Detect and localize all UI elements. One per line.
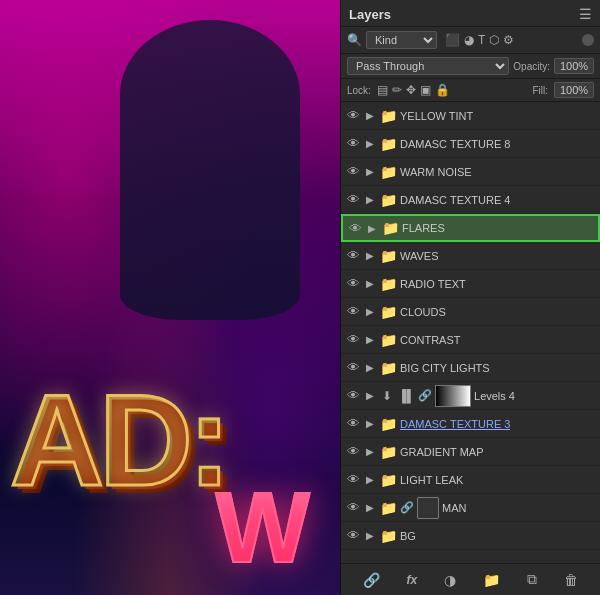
expand-arrow-yellow-tint[interactable]: ▶ [364, 110, 376, 121]
layer-row-damasc-8[interactable]: 👁▶📁DAMASC TEXTURE 8 [341, 130, 600, 158]
eye-icon-waves[interactable]: 👁 [345, 248, 361, 263]
eye-icon-clouds[interactable]: 👁 [345, 304, 361, 319]
layers-list[interactable]: 👁▶📁YELLOW TINT👁▶📁DAMASC TEXTURE 8👁▶📁WARM… [341, 102, 600, 563]
folder-icon-light-leak: 📁 [379, 472, 397, 488]
expand-arrow-man[interactable]: ▶ [364, 502, 376, 513]
lock-label: Lock: [347, 85, 371, 96]
layer-name-waves: WAVES [400, 250, 439, 262]
expand-arrow-contrast[interactable]: ▶ [364, 334, 376, 345]
fill-label: Fill: [532, 85, 548, 96]
layer-row-flares[interactable]: 👁▶📁FLARES [341, 214, 600, 242]
lock-icons: ▤ ✏ ✥ ▣ 🔒 [377, 83, 450, 97]
panel-title: Layers [349, 7, 391, 22]
expand-arrow-damasc-4[interactable]: ▶ [364, 194, 376, 205]
smart-filter-icon[interactable]: ⚙ [503, 33, 514, 47]
eye-icon-damasc-4[interactable]: 👁 [345, 192, 361, 207]
layer-name-damasc-8: DAMASC TEXTURE 8 [400, 138, 510, 150]
layer-name-warm-noise: WARM NOISE [400, 166, 472, 178]
expand-arrow-flares[interactable]: ▶ [366, 223, 378, 234]
filter-toggle[interactable] [582, 34, 594, 46]
layer-row-levels-4[interactable]: 👁▶⬇▐▌🔗Levels 4 [341, 382, 600, 410]
opacity-input[interactable] [554, 58, 594, 74]
expand-arrow-damasc-8[interactable]: ▶ [364, 138, 376, 149]
layer-row-bg[interactable]: 👁▶📁BG [341, 522, 600, 550]
layer-row-radio-text[interactable]: 👁▶📁RADIO TEXT [341, 270, 600, 298]
layer-name-light-leak: LIGHT LEAK [400, 474, 463, 486]
layer-row-big-city[interactable]: 👁▶📁BIG CITY LIGHTS [341, 354, 600, 382]
layer-row-light-leak[interactable]: 👁▶📁LIGHT LEAK [341, 466, 600, 494]
layer-row-contrast[interactable]: 👁▶📁CONTRAST [341, 326, 600, 354]
adjustment-filter-icon[interactable]: ◕ [464, 33, 474, 47]
expand-arrow-waves[interactable]: ▶ [364, 250, 376, 261]
folder-icon-contrast: 📁 [379, 332, 397, 348]
layer-row-damasc-4[interactable]: 👁▶📁DAMASC TEXTURE 4 [341, 186, 600, 214]
layer-row-warm-noise[interactable]: 👁▶📁WARM NOISE [341, 158, 600, 186]
expand-arrow-big-city[interactable]: ▶ [364, 362, 376, 373]
eye-icon-damasc-3[interactable]: 👁 [345, 416, 361, 431]
levels-bar-icon: ▐▌ [398, 389, 415, 403]
expand-arrow-gradient-map[interactable]: ▶ [364, 446, 376, 457]
panel-menu-icon[interactable]: ☰ [579, 6, 592, 22]
layer-name-flares: FLARES [402, 222, 445, 234]
expand-arrow-levels-4[interactable]: ▶ [364, 390, 376, 401]
eye-icon-contrast[interactable]: 👁 [345, 332, 361, 347]
shape-filter-icon[interactable]: ⬡ [489, 33, 499, 47]
lock-all-icon[interactable]: 🔒 [435, 83, 450, 97]
chain-icon-man: 🔗 [400, 501, 414, 514]
folder-icon-warm-noise: 📁 [379, 164, 397, 180]
lock-artboard-icon[interactable]: ▣ [420, 83, 431, 97]
expand-arrow-damasc-3[interactable]: ▶ [364, 418, 376, 429]
folder-icon-damasc-3: 📁 [379, 416, 397, 432]
link-layers-icon[interactable]: 🔗 [359, 570, 384, 590]
ad-text: AD: [10, 365, 226, 515]
eye-icon-flares[interactable]: 👁 [347, 221, 363, 236]
new-folder-icon[interactable]: 📁 [479, 570, 504, 590]
expand-arrow-light-leak[interactable]: ▶ [364, 474, 376, 485]
eye-icon-man[interactable]: 👁 [345, 500, 361, 515]
fx-icon[interactable]: fx [403, 571, 422, 589]
layer-name-damasc-3: DAMASC TEXTURE 3 [400, 418, 510, 430]
eye-icon-gradient-map[interactable]: 👁 [345, 444, 361, 459]
eye-icon-levels-4[interactable]: 👁 [345, 388, 361, 403]
layer-row-waves[interactable]: 👁▶📁WAVES [341, 242, 600, 270]
eye-icon-radio-text[interactable]: 👁 [345, 276, 361, 291]
lock-row: Lock: ▤ ✏ ✥ ▣ 🔒 Fill: [341, 79, 600, 102]
eye-icon-big-city[interactable]: 👁 [345, 360, 361, 375]
canvas-background: AD: W [0, 0, 340, 595]
eye-icon-yellow-tint[interactable]: 👁 [345, 108, 361, 123]
adjustment-layer-icon[interactable]: ◑ [440, 570, 460, 590]
lock-transparency-icon[interactable]: ▤ [377, 83, 388, 97]
lock-paint-icon[interactable]: ✏ [392, 83, 402, 97]
layer-name-man: MAN [442, 502, 466, 514]
layer-row-gradient-map[interactable]: 👁▶📁GRADIENT MAP [341, 438, 600, 466]
lock-position-icon[interactable]: ✥ [406, 83, 416, 97]
layer-row-yellow-tint[interactable]: 👁▶📁YELLOW TINT [341, 102, 600, 130]
type-filter-icon[interactable]: T [478, 33, 485, 47]
layer-row-clouds[interactable]: 👁▶📁CLOUDS [341, 298, 600, 326]
eye-icon-light-leak[interactable]: 👁 [345, 472, 361, 487]
layers-panel: Layers ☰ 🔍 Kind Name Effect Mode Attribu… [340, 0, 600, 595]
blend-mode-row: Pass Through Normal Multiply Screen Over… [341, 54, 600, 79]
layer-row-man[interactable]: 👁▶📁🔗MAN [341, 494, 600, 522]
pixel-filter-icon[interactable]: ⬛ [445, 33, 460, 47]
folder-icon-yellow-tint: 📁 [379, 108, 397, 124]
expand-arrow-bg[interactable]: ▶ [364, 530, 376, 541]
eye-icon-warm-noise[interactable]: 👁 [345, 164, 361, 179]
kind-select[interactable]: Kind Name Effect Mode Attribute Color [366, 31, 437, 49]
delete-layer-icon[interactable]: 🗑 [560, 570, 582, 590]
expand-arrow-warm-noise[interactable]: ▶ [364, 166, 376, 177]
eye-icon-bg[interactable]: 👁 [345, 528, 361, 543]
new-layer-icon[interactable]: ⧉ [523, 569, 541, 590]
layer-row-damasc-3[interactable]: 👁▶📁DAMASC TEXTURE 3 [341, 410, 600, 438]
blend-mode-select[interactable]: Pass Through Normal Multiply Screen Over… [347, 57, 509, 75]
expand-arrow-clouds[interactable]: ▶ [364, 306, 376, 317]
levels-thumbnail [435, 385, 471, 407]
search-icon: 🔍 [347, 33, 362, 47]
eye-icon-damasc-8[interactable]: 👁 [345, 136, 361, 151]
levels-chain-icon: 🔗 [418, 389, 432, 402]
levels-adj-icon: ⬇ [379, 389, 395, 403]
fill-input[interactable] [554, 82, 594, 98]
panel-header: Layers ☰ [341, 0, 600, 27]
expand-arrow-radio-text[interactable]: ▶ [364, 278, 376, 289]
layer-name-yellow-tint: YELLOW TINT [400, 110, 473, 122]
